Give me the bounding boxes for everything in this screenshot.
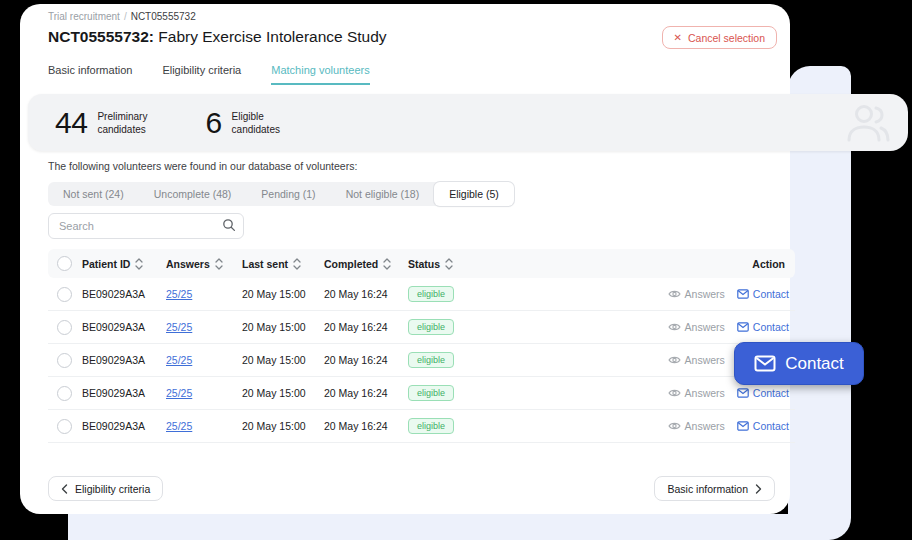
search-input[interactable] — [48, 213, 244, 239]
filter-not-sent[interactable]: Not sent (24) — [48, 182, 139, 206]
completed-cell: 20 May 16:24 — [324, 387, 408, 399]
answers-action-link[interactable]: Answers — [668, 288, 725, 300]
search-icon — [222, 218, 236, 232]
header-last-sent[interactable]: Last sent — [242, 258, 324, 270]
row-checkbox[interactable] — [57, 320, 72, 335]
screen: Trial recruitment/NCT05555732 NCT0555573… — [0, 0, 912, 540]
patient-id-cell: BE09029A3A — [82, 288, 166, 300]
eligible-candidates-stat: 6 Eligible candidates — [205, 106, 280, 140]
completed-cell: 20 May 16:24 — [324, 354, 408, 366]
close-icon: ✕ — [674, 33, 682, 43]
breadcrumb-current: NCT05555732 — [131, 11, 196, 22]
completed-cell: 20 May 16:24 — [324, 321, 408, 333]
eye-icon — [668, 355, 681, 365]
filter-not-eligible[interactable]: Not eligible (18) — [331, 182, 435, 206]
status-badge: eligible — [408, 352, 454, 368]
row-checkbox[interactable] — [57, 386, 72, 401]
header-action: Action — [752, 258, 795, 270]
eligible-count: 6 — [205, 106, 221, 140]
status-badge: eligible — [408, 418, 454, 434]
sort-icon — [215, 258, 223, 270]
contact-action-link[interactable]: Contact — [737, 387, 789, 399]
last-sent-cell: 20 May 15:00 — [242, 387, 324, 399]
completed-cell: 20 May 16:24 — [324, 420, 408, 432]
eye-icon — [668, 421, 681, 431]
row-checkbox[interactable] — [57, 287, 72, 302]
select-all-checkbox[interactable] — [57, 256, 72, 271]
contact-hover-button[interactable]: Contact — [734, 342, 864, 385]
patient-id-cell: BE09029A3A — [82, 354, 166, 366]
answers-action-link[interactable]: Answers — [668, 420, 725, 432]
candidates-stats-band: 44 Preliminary candidates 6 Eligible can… — [28, 94, 908, 151]
tab-basic-information[interactable]: Basic information — [48, 64, 132, 85]
status-filter-bar: Not sent (24) Uncomplete (48) Pending (1… — [48, 182, 514, 206]
volunteers-table: Patient ID Answers Last sent Completed S… — [48, 249, 795, 443]
filter-uncomplete[interactable]: Uncomplete (48) — [139, 182, 247, 206]
status-badge: eligible — [408, 319, 454, 335]
last-sent-cell: 20 May 15:00 — [242, 354, 324, 366]
eye-icon — [668, 322, 681, 332]
breadcrumb: Trial recruitment/NCT05555732 — [48, 11, 196, 22]
header-patient-id[interactable]: Patient ID — [82, 258, 166, 270]
eye-icon — [668, 289, 681, 299]
answers-link[interactable]: 25/25 — [166, 354, 192, 366]
breadcrumb-separator: / — [124, 11, 127, 22]
background-window-bottom — [68, 514, 851, 540]
eye-icon — [668, 388, 681, 398]
cancel-selection-button[interactable]: ✕ Cancel selection — [662, 26, 777, 49]
preliminary-candidates-stat: 44 Preliminary candidates — [55, 106, 147, 140]
table-row: BE09029A3A 25/25 20 May 15:00 20 May 16:… — [48, 311, 795, 344]
envelope-icon — [737, 289, 749, 299]
answers-action-link[interactable]: Answers — [668, 354, 725, 366]
trial-recruitment-card: Trial recruitment/NCT05555732 NCT0555573… — [20, 4, 790, 514]
search-box — [48, 213, 244, 239]
header-completed[interactable]: Completed — [324, 258, 408, 270]
last-sent-cell: 20 May 15:00 — [242, 288, 324, 300]
cancel-selection-label: Cancel selection — [688, 32, 765, 44]
row-checkbox[interactable] — [57, 419, 72, 434]
eligible-label: Eligible candidates — [232, 110, 280, 136]
answers-action-link[interactable]: Answers — [668, 387, 725, 399]
answers-action-link[interactable]: Answers — [668, 321, 725, 333]
chevron-left-icon — [61, 484, 68, 494]
sort-icon — [445, 258, 453, 270]
answers-link[interactable]: 25/25 — [166, 321, 192, 333]
study-id: NCT05555732: — [48, 28, 154, 45]
last-sent-cell: 20 May 15:00 — [242, 321, 324, 333]
last-sent-cell: 20 May 15:00 — [242, 420, 324, 432]
envelope-icon — [754, 355, 776, 372]
contact-action-link[interactable]: Contact — [737, 420, 789, 432]
tab-bar: Basic information Eligibility criteria M… — [48, 64, 370, 85]
contact-hover-label: Contact — [785, 354, 844, 374]
sort-icon — [135, 258, 143, 270]
envelope-icon — [737, 322, 749, 332]
contact-action-link[interactable]: Contact — [737, 288, 789, 300]
answers-link[interactable]: 25/25 — [166, 387, 192, 399]
status-badge: eligible — [408, 286, 454, 302]
preliminary-count: 44 — [55, 106, 87, 140]
envelope-icon — [737, 421, 749, 431]
breadcrumb-section[interactable]: Trial recruitment — [48, 11, 120, 22]
header-status[interactable]: Status — [408, 258, 752, 270]
answers-link[interactable]: 25/25 — [166, 420, 192, 432]
row-checkbox[interactable] — [57, 353, 72, 368]
table-row: BE09029A3A 25/25 20 May 15:00 20 May 16:… — [48, 377, 795, 410]
filter-eligible[interactable]: Eligible (5) — [434, 182, 514, 206]
sort-icon — [293, 258, 301, 270]
completed-cell: 20 May 16:24 — [324, 288, 408, 300]
sort-icon — [383, 258, 391, 270]
eligibility-criteria-back-button[interactable]: Eligibility criteria — [48, 476, 163, 501]
patient-id-cell: BE09029A3A — [82, 387, 166, 399]
basic-information-next-button[interactable]: Basic information — [654, 476, 775, 501]
chevron-right-icon — [755, 484, 762, 494]
study-name: Fabry Exercise Intolerance Study — [154, 28, 387, 45]
people-icon — [843, 102, 891, 144]
tab-eligibility-criteria[interactable]: Eligibility criteria — [162, 64, 241, 85]
header-answers[interactable]: Answers — [166, 258, 242, 270]
filter-pending[interactable]: Pending (1) — [246, 182, 330, 206]
tab-matching-volunteers[interactable]: Matching volunteers — [271, 64, 369, 85]
answers-link[interactable]: 25/25 — [166, 288, 192, 300]
contact-action-link[interactable]: Contact — [737, 321, 789, 333]
preliminary-label: Preliminary candidates — [97, 110, 147, 136]
patient-id-cell: BE09029A3A — [82, 321, 166, 333]
